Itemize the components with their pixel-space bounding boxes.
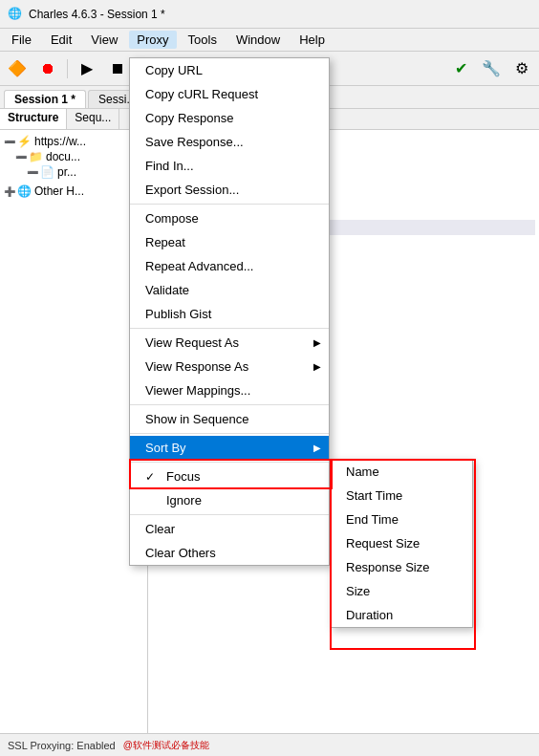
ctx-repeat[interactable]: Repeat (130, 230, 329, 254)
menu-bar: File Edit View Proxy Tools Window Help (0, 29, 539, 52)
panel-tabs: Structure Sequ... (0, 109, 147, 130)
toolbar-sep-1 (67, 59, 68, 78)
ctx-ignore[interactable]: Ignore (130, 488, 329, 512)
tree-view: ➖ ⚡ https://w... ➖ 📁 docu... ➖ 📄 pr... ➕… (0, 130, 147, 203)
ctx-publish-gist[interactable]: Publish Gist (130, 302, 329, 326)
ctx-copy-curl[interactable]: Copy cURL Request (130, 82, 329, 106)
tree-label-other: Other H... (34, 184, 84, 198)
submenu-duration[interactable]: Duration (331, 603, 472, 627)
tree-label-docu: docu... (46, 150, 80, 163)
tree-icon-folder: 📁 (29, 150, 43, 163)
watermark-text: @软件测试必备技能 (123, 739, 209, 752)
tree-toggle-pr[interactable]: ➖ (27, 167, 38, 178)
menu-file[interactable]: File (4, 31, 39, 49)
ctx-div-4 (130, 433, 329, 434)
panel-tab-sequence[interactable]: Sequ... (67, 109, 119, 129)
submenu-name[interactable]: Name (331, 460, 472, 484)
ctx-clear[interactable]: Clear (130, 517, 329, 541)
submenu-end-time[interactable]: End Time (331, 508, 472, 531)
submenu-response-size[interactable]: Response Size (331, 555, 472, 579)
ctx-compose[interactable]: Compose (130, 206, 329, 230)
ctx-save-response[interactable]: Save Response... (130, 130, 329, 154)
tree-item-other[interactable]: ➕ 🌐 Other H... (0, 184, 147, 199)
ctx-export-session[interactable]: Export Session... (130, 178, 329, 202)
menu-edit[interactable]: Edit (43, 31, 79, 49)
ctx-viewer-mappings[interactable]: Viewer Mappings... (130, 378, 329, 402)
tree-label-https: https://w... (34, 135, 86, 148)
submenu-start-time[interactable]: Start Time (331, 484, 472, 508)
toolbar-wrench-btn[interactable]: 🔧 (478, 55, 505, 82)
app-title: Charles 4.6.3 - Session 1 * (29, 8, 165, 21)
ctx-copy-url[interactable]: Copy URL (130, 58, 329, 82)
status-bar: SSL Proxying: Enabled @软件测试必备技能 (0, 733, 539, 756)
ctx-repeat-advanced[interactable]: Repeat Advanced... (130, 254, 329, 278)
menu-help[interactable]: Help (291, 31, 333, 49)
submenu-request-size[interactable]: Request Size (331, 531, 472, 555)
menu-tools[interactable]: Tools (181, 31, 225, 49)
ctx-clear-others[interactable]: Clear Others (130, 541, 329, 565)
ignore-checkmark (145, 494, 161, 508)
toolbar-check-btn[interactable]: ✔ (447, 55, 474, 82)
ctx-view-response-as[interactable]: View Response As (130, 355, 329, 378)
tree-icon-other: 🌐 (17, 184, 32, 198)
tree-label-pr: pr... (57, 165, 76, 179)
toolbar-stop-btn[interactable]: ⏺ (34, 55, 61, 82)
toolbar-record-btn[interactable]: 🔶 (4, 55, 31, 82)
panel-tab-structure[interactable]: Structure (0, 109, 67, 129)
ctx-focus[interactable]: ✓ Focus (130, 464, 329, 488)
ctx-validate[interactable]: Validate (130, 278, 329, 302)
toolbar-compose-btn[interactable]: ⏹ (104, 55, 131, 82)
submenu-size[interactable]: Size (331, 579, 472, 603)
menu-view[interactable]: View (83, 31, 125, 49)
left-panel: Structure Sequ... ➖ ⚡ https://w... ➖ 📁 d… (0, 109, 148, 733)
tree-toggle-https[interactable]: ➖ (4, 137, 15, 147)
title-bar: 🌐 Charles 4.6.3 - Session 1 * (0, 0, 539, 29)
tree-icon-https: ⚡ (17, 135, 32, 148)
ctx-find-in[interactable]: Find In... (130, 154, 329, 178)
tree-item-pr[interactable]: ➖ 📄 pr... (0, 164, 147, 180)
ctx-div-2 (130, 328, 329, 329)
toolbar-clear-btn[interactable]: ▶ (74, 55, 100, 82)
tree-item-docu[interactable]: ➖ 📁 docu... (0, 149, 147, 164)
tree-toggle-docu[interactable]: ➖ (15, 152, 27, 162)
toolbar-gear2-btn[interactable]: ⚙ (508, 55, 535, 82)
tree-item-https[interactable]: ➖ ⚡ https://w... (0, 134, 147, 149)
tree-toggle-other[interactable]: ➕ (4, 186, 15, 197)
focus-checkmark: ✓ (145, 470, 161, 484)
context-menu: Copy URL Copy cURL Request Copy Response… (129, 57, 330, 566)
ctx-view-request-as[interactable]: View Request As (130, 331, 329, 355)
ctx-div-5 (130, 462, 329, 463)
ctx-div-6 (130, 514, 329, 515)
ctx-div-1 (130, 204, 329, 205)
menu-window[interactable]: Window (228, 31, 288, 49)
ctx-show-in-sequence[interactable]: Show in Sequence (130, 407, 329, 431)
tree-icon-pr: 📄 (40, 165, 54, 179)
app-icon: 🌐 (8, 7, 23, 22)
ctx-sort-by[interactable]: Sort By (130, 436, 329, 460)
session-tab-1[interactable]: Session 1 * (4, 90, 86, 108)
ctx-copy-response[interactable]: Copy Response (130, 106, 329, 130)
menu-proxy[interactable]: Proxy (129, 31, 176, 49)
status-text: SSL Proxying: Enabled (8, 740, 116, 751)
sort-by-submenu: Name Start Time End Time Request Size Re… (330, 459, 473, 628)
ctx-div-3 (130, 404, 329, 405)
